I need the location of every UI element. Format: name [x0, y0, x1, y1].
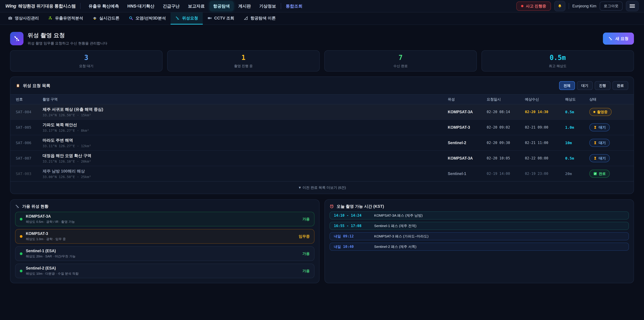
- tab-label: 영상사진관리: [15, 16, 39, 21]
- request-list-title-text: 위성 요청 목록: [23, 83, 50, 88]
- resolution: 1.0m: [565, 125, 587, 130]
- request-id: SAT-005: [16, 125, 40, 130]
- app-title: 해양환경 위기대응 통합시스템: [18, 3, 76, 9]
- satellite-card-kompsat3[interactable]: KOMPSAT-3 해상도 1.0m · 광학 · 임무 중 임무중: [15, 229, 314, 244]
- satellite-card-sentinel1[interactable]: Sentinel-1 (ESA) 해상도 20m · SAR · 야간/우천 가…: [15, 246, 314, 261]
- pass-window-row[interactable]: 내일 10:40 Sentinel-2 패스 (제주 서쪽): [330, 243, 629, 251]
- tab-label: 유출유면적분석: [55, 16, 83, 21]
- page-title: 위성 촬영 요청: [28, 32, 107, 39]
- nav-item-board[interactable]: 게시판: [234, 1, 254, 11]
- app-header: Wing 해양환경 위기대응 통합시스템 유출유 확산예측 HNS·대기확산 긴…: [0, 0, 644, 13]
- hourglass-icon: [593, 126, 597, 129]
- pass-time: 내일 09:12: [334, 234, 370, 239]
- satellite-name: KOMPSAT-3A: [26, 214, 75, 219]
- available-satellites-panel: 가용 위성 현황 KOMPSAT-3A 해상도 0.5m · 광학 / IR ·…: [10, 199, 320, 283]
- panel-title-text: 오늘 촬영 가능 시간 (KST): [336, 204, 384, 209]
- pass-window-row[interactable]: 내일 09:12 KOMPSAT-3 패스 (가파도–마라도): [330, 232, 629, 240]
- satellite-name: Sentinel-1: [448, 171, 484, 176]
- nav-item-oil-spread[interactable]: 유출유 확산예측: [85, 1, 123, 11]
- satellite-name: KOMPSAT-3: [26, 231, 66, 236]
- tab-realtime-drone[interactable]: 실시간드론: [88, 13, 124, 25]
- tab-label: 실시간드론: [99, 16, 120, 21]
- stat-card-pending: 3 요청 대기: [10, 50, 162, 72]
- pass-desc: Sentinel-2 패스 (제주 서쪽): [374, 244, 416, 249]
- available-satellites-title: 가용 위성 현황: [15, 204, 314, 209]
- header-right: 사고 진행중 Eunjeong Kim 로그아웃: [516, 1, 639, 11]
- stat-label-pending: 요청 대기: [79, 64, 94, 68]
- incident-status-label: 사고 진행중: [526, 4, 546, 9]
- tab-label: 위성요청: [182, 16, 198, 21]
- stat-card-shooting: 1 촬영 진행 중: [167, 50, 320, 72]
- new-request-button[interactable]: 새 요청: [603, 33, 634, 45]
- bell-icon: [558, 4, 562, 8]
- expected-time: 02-21 09:00: [525, 125, 562, 129]
- satellite-card-sentinel2[interactable]: Sentinel-2 (ESA) 해상도 10m · 다분광 · 수질 분석 적…: [15, 264, 314, 278]
- tab-image-management[interactable]: 영상사진관리: [3, 13, 44, 25]
- table-row[interactable]: SAT-003 제주 남방 100해리 해상 33.00°N 126.50°E …: [10, 166, 634, 181]
- tab-label: 항공탐색 이론: [250, 16, 276, 21]
- request-list-header: 위성 요청 목록 전체 대기 진행 완료: [10, 77, 634, 94]
- hourglass-icon: [593, 156, 597, 160]
- satellite-status: 가용: [302, 251, 310, 256]
- status-badge: 대기: [589, 139, 610, 147]
- logout-button[interactable]: 로그아웃: [600, 2, 622, 11]
- tab-pollution-3d-analysis[interactable]: 오염/선박3D분석: [124, 13, 170, 25]
- stat-label-resolution: 최고 해상도: [549, 64, 567, 68]
- table-row[interactable]: SAT-004 제주 서귀포 해상 (유출 해역 중심) 33.24°N 126…: [10, 104, 634, 120]
- nav-item-aerial-search[interactable]: 항공탐색: [210, 1, 234, 11]
- tab-satellite-request[interactable]: 위성요청: [170, 13, 203, 25]
- ruler-icon: [244, 16, 248, 20]
- table-row[interactable]: SAT-006 마라도 주변 해역 33.11°N 126.27°E · 12k…: [10, 135, 634, 150]
- table-header-row: 번호 촬영 구역 위성 요청일시 예상수신 해상도 상태: [10, 94, 634, 104]
- pass-window-row[interactable]: 14:10 - 14:24 KOMPSAT-3A 패스 (제주 남방): [330, 211, 629, 219]
- status-label: 대기: [599, 156, 606, 161]
- tab-label: CCTV 조회: [214, 16, 234, 21]
- nav-item-weather[interactable]: 기상정보: [256, 1, 280, 11]
- tab-oil-area-analysis[interactable]: 유출유면적분석: [44, 13, 88, 25]
- nav-item-integrated-search[interactable]: 통합조회: [282, 1, 306, 11]
- satellite-icon: [15, 204, 20, 209]
- pass-desc: Sentinel-1 패스 (제주 전역): [374, 223, 416, 228]
- show-more-completed-link[interactable]: ▼ 이전 완료 목록 더보기 (6건): [10, 181, 634, 194]
- table-row[interactable]: SAT-007 대정읍 해안 오염 확산 구역 33.21°N 126.10°E…: [10, 150, 634, 166]
- requested-time: 02-20 08:14: [487, 110, 522, 114]
- filter-all[interactable]: 전체: [559, 81, 575, 90]
- alarm-clock-icon: [330, 204, 334, 209]
- pass-window-row[interactable]: 16:55 - 17:08 Sentinel-1 패스 (제주 전역): [330, 222, 629, 230]
- nav-item-reports[interactable]: 보고자료: [184, 1, 208, 11]
- satellite-name: Sentinel-2 (ESA): [26, 266, 79, 270]
- user-name: Eunjeong Kim: [572, 4, 596, 9]
- status-badge: 촬영중: [589, 108, 612, 116]
- satellite-icon: [14, 35, 20, 42]
- satellite-card-kompsat3a[interactable]: KOMPSAT-3A 해상도 0.5m · 광학 / IR · 촬영 가능 가용: [15, 212, 314, 226]
- satellite-icon: [608, 37, 613, 41]
- requested-time: 02-19 14:00: [487, 172, 522, 176]
- nav-item-rescue[interactable]: 긴급구난: [159, 1, 183, 11]
- expected-time: 02-19 23:00: [525, 172, 562, 176]
- resolution: 0.5m: [565, 156, 587, 160]
- pass-time: 내일 10:40: [334, 244, 370, 249]
- area-name: 제주 서귀포 해상 (유출 해역 중심): [42, 107, 445, 112]
- pass-desc: KOMPSAT-3A 패스 (제주 남방): [374, 213, 422, 218]
- tab-aerial-theory[interactable]: 항공탐색 이론: [239, 13, 280, 25]
- hamburger-icon: [630, 4, 635, 9]
- filter-waiting[interactable]: 대기: [577, 81, 593, 90]
- header-divider: [80, 3, 80, 9]
- stat-label-shooting: 촬영 진행 중: [234, 64, 253, 68]
- satellite-name: KOMPSAT-3A: [448, 110, 484, 114]
- table-row[interactable]: SAT-005 가파도 북쪽 해안선 33.17°N 126.27°E · 8k…: [10, 120, 634, 135]
- stat-label-received: 수신 완료: [394, 64, 408, 68]
- hamburger-menu-button[interactable]: [626, 1, 639, 11]
- request-id: SAT-006: [16, 141, 40, 145]
- magnifier-icon: [129, 16, 133, 20]
- filter-done[interactable]: 완료: [612, 81, 628, 90]
- cctv-icon: [208, 16, 212, 20]
- col-expected: 예상수신: [525, 97, 562, 102]
- satellite-status: 임무중: [299, 234, 310, 239]
- tab-cctv[interactable]: CCTV 조회: [203, 13, 239, 25]
- status-label: 촬영중: [597, 110, 608, 114]
- nav-item-hns[interactable]: HNS·대기확산: [124, 1, 158, 11]
- filter-progress[interactable]: 진행: [595, 81, 610, 90]
- stat-card-received: 7 수신 완료: [324, 50, 477, 72]
- notifications-button[interactable]: [554, 1, 565, 11]
